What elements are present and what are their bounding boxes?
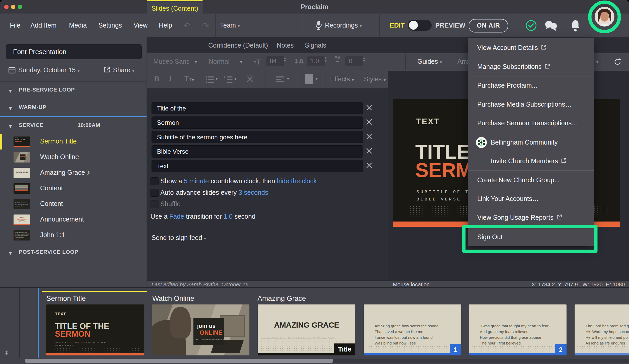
refresh-icon[interactable] xyxy=(613,58,622,67)
menu-item-bellingham-community[interactable]: Bellingham Community xyxy=(468,133,594,152)
sync-status-icon[interactable] xyxy=(525,20,537,32)
tab-signals[interactable]: Signals xyxy=(305,37,326,53)
undo-icon[interactable]: ↶ xyxy=(184,21,191,31)
playlist-item-watch-online[interactable]: ONLINE Watch Online xyxy=(0,150,147,165)
playlist-item-label: Announcement xyxy=(40,216,84,223)
menu-add-item[interactable]: Add Item xyxy=(30,14,56,37)
playlist-item-sermon-title[interactable]: TEXT TITLE OF THE SERMON Sermon Title xyxy=(0,134,147,150)
menu-file[interactable]: File xyxy=(10,14,20,37)
send-to-sign-feed-dropdown[interactable]: Send to sign feed ▾ xyxy=(152,234,206,242)
filmstrip-slide-amazing-grace[interactable]: AMAZING GRACE "Amazing Grace" Words and … xyxy=(258,304,355,355)
menu-settings[interactable]: Settings xyxy=(98,14,122,37)
text-color-swatch[interactable] xyxy=(305,74,313,84)
countdown-hide-link[interactable]: hide the clock xyxy=(277,177,317,185)
text-field-subtitle[interactable]: Subtitle of the sermon goes here xyxy=(152,131,363,143)
auto-advance-seconds-link[interactable]: 3 seconds xyxy=(238,189,268,196)
playlist-item-amazing-grace[interactable]: AMAZING GRACE Amazing Grace ♪ xyxy=(0,165,147,181)
menu-item-view-song-usage-reports[interactable]: View Song Usage Reports xyxy=(468,208,594,227)
presentation-title-input[interactable]: Font Presentation xyxy=(6,44,142,59)
styles-dropdown[interactable]: Styles ▾ xyxy=(364,75,386,83)
playlist-item-announcement[interactable]: YOUTH CONFERENCE Announcement xyxy=(0,212,147,228)
remove-field-button[interactable] xyxy=(366,119,374,126)
menu-item-view-account-details[interactable]: View Account Details xyxy=(468,38,594,57)
filmstrip-slide-verse-3[interactable]: The Lord has promised good to me His Wor… xyxy=(575,304,629,355)
countdown-checkbox[interactable] xyxy=(150,177,159,185)
font-family-dropdown[interactable]: Museo Sans xyxy=(153,58,190,65)
menu-item-manage-subscriptions[interactable]: Manage Subscriptions xyxy=(468,57,594,76)
text-field-bible-verse[interactable]: Bible Verse xyxy=(152,145,363,158)
divider xyxy=(515,14,515,37)
effects-dropdown[interactable]: Effects ▾ xyxy=(330,75,354,83)
bullet-list-button[interactable] xyxy=(206,76,215,84)
line-height-stepper[interactable]: ▲▼ xyxy=(324,56,326,63)
filmstrip-scrollbar-thumb[interactable] xyxy=(25,359,333,363)
slide-verse: BIBLE VERSE xyxy=(417,197,461,202)
menu-item-purchase-proclaim[interactable]: Purchase Proclaim... xyxy=(468,76,594,95)
menu-view[interactable]: View xyxy=(134,14,148,37)
line-height-input[interactable]: 1.0 xyxy=(307,56,325,66)
countdown-minutes-link[interactable]: 5 minute xyxy=(184,177,209,185)
menu-item-invite-church-members[interactable]: Invite Church Members xyxy=(468,152,594,170)
filmstrip-slide-verse-2[interactable]: 'Twas grace that taught my heart to fear… xyxy=(469,304,567,355)
on-air-button[interactable]: ON AIR xyxy=(469,19,508,32)
menu-item-purchase-media-subscriptions[interactable]: Purchase Media Subscriptions… xyxy=(468,95,594,114)
chat-icon[interactable] xyxy=(544,20,558,33)
bold-button[interactable]: B xyxy=(154,75,159,83)
menu-item-purchase-sermon-transcriptions[interactable]: Purchase Sermon Transcriptions... xyxy=(468,114,594,132)
share-dropdown[interactable]: Share ▾ xyxy=(113,66,134,74)
filmstrip-slide-sermon[interactable]: TEXT TITLE OF THE SERMON SUBTITLE OF THE… xyxy=(46,304,144,355)
redo-icon[interactable]: ↷ xyxy=(202,21,209,31)
text-case-button[interactable]: TT▾ xyxy=(184,75,194,83)
chevron-down-icon[interactable]: ▾ xyxy=(596,59,599,64)
font-style-dropdown[interactable]: Normal xyxy=(209,58,230,65)
font-size-stepper[interactable]: ▲▼ xyxy=(284,56,286,63)
remove-field-button[interactable] xyxy=(366,162,374,170)
menu-media[interactable]: Media xyxy=(69,14,87,37)
playlist-item-content-2[interactable]: The Bible often uses light as a symbol o… xyxy=(0,196,147,212)
slide-kicker: TEXT xyxy=(416,117,440,126)
team-dropdown[interactable]: Team ▾ xyxy=(220,14,240,37)
remove-field-button[interactable] xyxy=(366,133,374,141)
tab-confidence-default[interactable]: Confidence (Default) xyxy=(208,37,268,53)
filmstrip-scrollbar[interactable] xyxy=(25,359,629,363)
watch-online-card: join us ONLINE BELLINGHAMCOMMUNITY.COM xyxy=(193,318,224,345)
section-post-service-loop[interactable]: ▼ POST-SERVICE LOOP xyxy=(0,244,147,262)
remove-field-button[interactable] xyxy=(366,147,374,155)
menu-item-link-your-accounts[interactable]: Link Your Accounts… xyxy=(468,189,594,208)
transition-duration-link[interactable]: 1.0 xyxy=(224,213,233,220)
auto-advance-checkbox[interactable] xyxy=(150,189,159,197)
playlist-item-content-1[interactable]: Content xyxy=(0,181,147,196)
mouse-location-label: Mouse location xyxy=(393,281,430,288)
menu-item-create-new-church-group[interactable]: Create New Church Group... xyxy=(468,171,594,189)
section-pre-service-loop[interactable]: ▼ PRE-SERVICE LOOP xyxy=(0,81,147,99)
filmstrip: Sermon Title TEXT TITLE OF THE SERMON SU… xyxy=(0,287,629,364)
clear-formatting-button[interactable] xyxy=(246,75,254,84)
filmstrip-slide-watch-online[interactable]: join us ONLINE BELLINGHAMCOMMUNITY.COM xyxy=(152,304,249,355)
section-service[interactable]: ▼ SERVICE 10:00AM xyxy=(0,117,147,135)
date-selector[interactable]: Sunday, October 15 ▾ xyxy=(18,66,80,74)
text-align-button[interactable] xyxy=(276,76,285,84)
playlist-item-label: Sermon Title xyxy=(40,138,77,145)
collapse-filmstrip-icon[interactable]: ▼▼ xyxy=(5,350,8,355)
edit-preview-toggle[interactable] xyxy=(408,20,432,31)
text-field-sermon[interactable]: Sermon xyxy=(152,116,363,129)
italic-button[interactable]: I xyxy=(169,75,171,83)
filmstrip-slide-verse-1[interactable]: Amazing grace how sweet the sound That s… xyxy=(364,304,461,355)
font-size-input[interactable]: 84 xyxy=(266,56,284,66)
tab-notes[interactable]: Notes xyxy=(277,37,294,53)
tab-slides-content[interactable]: Slides (Content) xyxy=(147,0,203,17)
text-field-text[interactable]: Text xyxy=(152,160,363,172)
section-warm-up[interactable]: ▼ WARM-UP xyxy=(0,99,147,117)
shuffle-checkbox[interactable] xyxy=(150,200,159,208)
recordings-dropdown[interactable]: Recordings ▾ xyxy=(325,14,362,37)
notifications-bell-icon[interactable] xyxy=(570,19,581,33)
remove-field-button[interactable] xyxy=(366,104,374,112)
text-field-title[interactable]: Title of the xyxy=(152,102,363,114)
letter-spacing-input[interactable]: 0 xyxy=(345,56,363,66)
letter-spacing-stepper[interactable]: ▲▼ xyxy=(363,56,365,63)
guides-dropdown[interactable]: Guides ▾ xyxy=(417,58,442,65)
playlist-item-john-1-1[interactable]: In the beginning was the Word, and the W… xyxy=(0,228,147,243)
transition-type-link[interactable]: Fade xyxy=(169,213,184,220)
indent-list-button[interactable] xyxy=(224,76,233,84)
filmstrip-label: Watch Online xyxy=(152,295,194,303)
